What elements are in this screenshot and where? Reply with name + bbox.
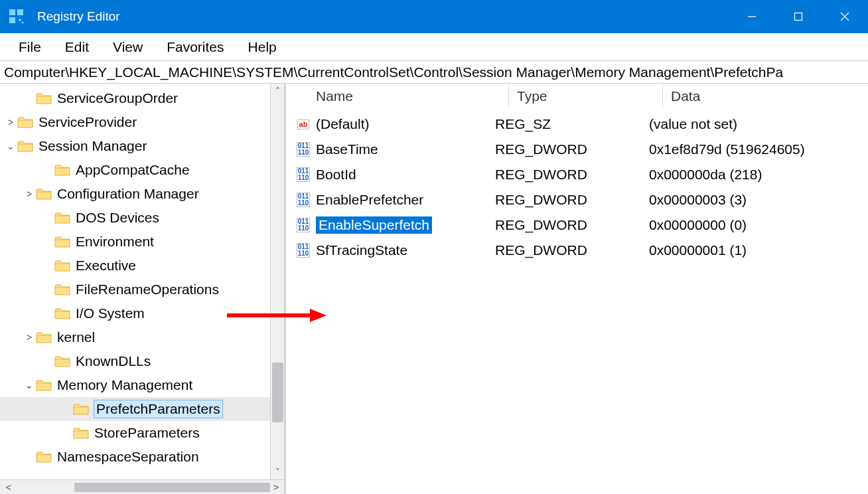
folder-icon xyxy=(17,116,33,129)
tree-item-label: I/O System xyxy=(76,305,145,321)
reg-dword-icon: 011110 xyxy=(295,193,312,207)
value-name: BaseTime xyxy=(316,141,378,157)
column-data[interactable]: Data xyxy=(662,84,868,108)
folder-icon xyxy=(36,450,52,463)
reg-dword-icon: 011110 xyxy=(295,167,312,182)
value-data: 0x000000da (218) xyxy=(641,167,868,183)
column-name[interactable]: Name xyxy=(316,84,508,108)
tree-item[interactable]: >kernel xyxy=(0,325,270,349)
value-type: REG_DWORD xyxy=(487,141,641,157)
folder-icon xyxy=(73,402,89,416)
menu-favorites[interactable]: Favorites xyxy=(155,35,236,59)
list-row[interactable]: 011110SfTracingStateREG_DWORD0x00000001 … xyxy=(285,238,868,263)
tree-item-label: PrefetchParameters xyxy=(96,401,220,416)
window-controls xyxy=(729,0,868,33)
tree-item[interactable]: ⌄Session Manager xyxy=(0,134,270,158)
value-data: 0x00000001 (1) xyxy=(641,242,868,258)
tree-item-label: Memory Management xyxy=(57,377,192,392)
list-row[interactable]: 011110BootIdREG_DWORD0x000000da (218) xyxy=(285,162,868,187)
svg-rect-1 xyxy=(17,9,23,15)
menu-help[interactable]: Help xyxy=(236,35,289,59)
list-row[interactable]: 011110EnablePrefetcherREG_DWORD0x0000000… xyxy=(285,187,868,212)
folder-icon xyxy=(54,283,70,296)
tree-item[interactable]: ⌄Memory Management xyxy=(0,373,270,397)
tree-item[interactable]: KnownDLLs xyxy=(0,349,270,373)
folder-icon xyxy=(54,259,70,272)
tree-item-label: StoreParameters xyxy=(94,425,200,440)
value-name: (Default) xyxy=(316,116,370,132)
folder-icon xyxy=(36,92,52,105)
value-data: 0x00000000 (0) xyxy=(641,217,868,233)
list-header: Name Type Data xyxy=(285,84,868,109)
scroll-thumb[interactable] xyxy=(272,363,283,422)
svg-rect-0 xyxy=(9,9,15,15)
tree-item-label: Environment xyxy=(76,234,154,249)
scroll-thumb-h[interactable] xyxy=(74,483,271,492)
list-row[interactable]: ab(Default)REG_SZ(value not set) xyxy=(285,112,868,137)
title-bar: Registry Editor xyxy=(0,0,868,33)
tree-list[interactable]: ServiceGroupOrder>ServiceProvider⌄Sessio… xyxy=(0,84,270,494)
value-name: BootId xyxy=(316,167,356,183)
svg-point-3 xyxy=(19,19,21,21)
tree-item[interactable]: Environment xyxy=(0,230,270,254)
tree-item[interactable]: I/O System xyxy=(0,301,270,325)
list-rows[interactable]: ab(Default)REG_SZ(value not set)011110Ba… xyxy=(285,109,868,263)
tree-item-label: KnownDLLs xyxy=(76,353,151,369)
svg-rect-2 xyxy=(9,17,15,23)
chevron-down-icon[interactable]: ⌄ xyxy=(23,380,36,390)
chevron-down-icon[interactable]: ⌄ xyxy=(4,141,17,151)
tree-item[interactable]: Executive xyxy=(0,254,270,278)
scroll-left-icon[interactable]: < xyxy=(3,482,15,493)
tree-item-label: kernel xyxy=(57,329,95,345)
tree-item[interactable]: NamespaceSeparation xyxy=(0,445,270,469)
value-data: (value not set) xyxy=(641,116,868,132)
scroll-right-icon[interactable]: > xyxy=(270,482,282,493)
folder-icon xyxy=(73,426,89,440)
value-type: REG_DWORD xyxy=(487,192,641,208)
scroll-down-icon[interactable]: ˅ xyxy=(271,465,285,479)
tree-horizontal-scrollbar[interactable]: < > xyxy=(0,479,285,494)
tree-item[interactable]: >ServiceProvider xyxy=(0,110,270,134)
folder-icon xyxy=(17,139,33,153)
menu-file[interactable]: File xyxy=(7,35,53,59)
close-button[interactable] xyxy=(822,0,868,33)
tree-item[interactable]: PrefetchParameters xyxy=(0,397,270,421)
address-bar[interactable]: Computer\HKEY_LOCAL_MACHINE\SYSTEM\Curre… xyxy=(0,61,868,84)
value-type: REG_DWORD xyxy=(487,242,641,258)
folder-icon xyxy=(54,307,70,320)
list-row[interactable]: 011110BaseTimeREG_DWORD0x1ef8d79d (51962… xyxy=(285,137,868,162)
content-area: ServiceGroupOrder>ServiceProvider⌄Sessio… xyxy=(0,84,868,494)
chevron-right-icon[interactable]: > xyxy=(23,332,36,343)
list-row[interactable]: 011110EnableSuperfetchREG_DWORD0x0000000… xyxy=(285,212,868,238)
chevron-right-icon[interactable]: > xyxy=(23,189,36,199)
tree-item[interactable]: AppCompatCache xyxy=(0,158,270,182)
column-type[interactable]: Type xyxy=(508,84,662,108)
tree-item-label: ServiceProvider xyxy=(38,114,137,129)
tree-item[interactable]: DOS Devices xyxy=(0,206,270,230)
folder-icon xyxy=(36,187,52,201)
scroll-up-icon[interactable]: ˄ xyxy=(271,84,285,98)
app-icon xyxy=(8,8,25,25)
tree-item[interactable]: FileRenameOperations xyxy=(0,278,270,301)
minimize-button[interactable] xyxy=(729,0,775,33)
tree-item[interactable]: ServiceGroupOrder xyxy=(0,86,270,110)
value-name: EnablePrefetcher xyxy=(316,192,423,208)
maximize-button[interactable] xyxy=(775,0,822,33)
tree-vertical-scrollbar[interactable]: ˄ ˅ xyxy=(270,84,285,494)
folder-icon xyxy=(54,355,70,368)
tree-item[interactable]: StoreParameters xyxy=(0,421,270,445)
reg-string-icon: ab xyxy=(295,117,312,131)
menu-bar: File Edit View Favorites Help xyxy=(0,33,868,61)
folder-icon xyxy=(54,163,70,177)
reg-dword-icon: 011110 xyxy=(295,142,312,157)
chevron-right-icon[interactable]: > xyxy=(4,117,17,127)
value-data: 0x00000003 (3) xyxy=(641,192,868,208)
reg-dword-icon: 011110 xyxy=(295,243,312,258)
tree-item[interactable]: >Configuration Manager xyxy=(0,182,270,206)
value-type: REG_DWORD xyxy=(487,217,641,233)
menu-view[interactable]: View xyxy=(101,35,155,59)
svg-rect-6 xyxy=(795,13,802,21)
svg-point-4 xyxy=(22,22,24,24)
menu-edit[interactable]: Edit xyxy=(53,35,101,59)
list-pane: Name Type Data ab(Default)REG_SZ(value n… xyxy=(285,84,868,494)
